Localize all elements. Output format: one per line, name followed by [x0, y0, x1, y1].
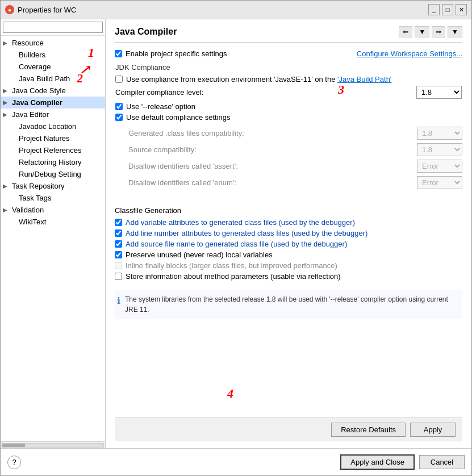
sidebar-item-java-compiler[interactable]: ▶ Java Compiler: [1, 97, 105, 108]
sidebar-item-java-code-style[interactable]: ▶ Java Code Style: [1, 85, 105, 97]
sidebar-item-task-repository[interactable]: ▶ Task Repository: [1, 180, 105, 192]
chevron-right-icon: ▶: [3, 183, 10, 189]
sidebar-item-javadoc-location[interactable]: Javadoc Location: [1, 120, 105, 132]
sidebar-item-label: Java Editor: [12, 110, 49, 119]
use-compliance-checkbox[interactable]: [115, 76, 123, 83]
use-default-label: Use default compliance settings: [126, 113, 231, 122]
java-build-path-link[interactable]: 'Java Build Path': [337, 75, 391, 83]
sidebar-item-project-natures[interactable]: Project Natures: [1, 132, 105, 144]
sidebar-scrollbar[interactable]: [1, 441, 105, 448]
sidebar-item-label: Java Build Path: [19, 74, 70, 83]
search-box: [1, 19, 105, 36]
sidebar-item-resource[interactable]: ▶ Resource: [1, 37, 105, 49]
classfile-option-2: Add line number attributes to generated …: [115, 229, 462, 237]
generated-class-label: Generated .class files compatibility:: [115, 129, 417, 137]
window-icon: ●: [5, 5, 14, 14]
sidebar-item-refactoring-history[interactable]: Refactoring History: [1, 156, 105, 168]
sidebar-item-validation[interactable]: ▶ Validation: [1, 204, 105, 216]
sidebar-item-label: Java Compiler: [12, 98, 62, 107]
sidebar-item-label: Coverage: [19, 62, 51, 71]
chevron-right-icon: ▶: [3, 40, 10, 46]
disallow-enum-select: Error: [417, 176, 462, 189]
sidebar-item-wikitext[interactable]: WikiText: [1, 216, 105, 228]
compiler-level-select[interactable]: 1.5 1.6 1.7 1.8 9 10 11: [416, 86, 462, 99]
sidebar-item-builders[interactable]: Builders: [1, 49, 105, 61]
cancel-button[interactable]: Cancel: [419, 455, 465, 469]
sidebar-item-coverage[interactable]: Coverage: [1, 61, 105, 73]
sidebar-item-label: Validation: [12, 206, 44, 214]
title-controls: _ □ ✕: [428, 4, 467, 15]
add-line-number-checkbox[interactable]: [115, 229, 122, 237]
spacer: [115, 319, 462, 417]
sidebar-item-java-build-path[interactable]: Java Build Path: [1, 73, 105, 85]
info-text: The system libraries from the selected r…: [125, 294, 460, 315]
use-release-checkbox[interactable]: [115, 103, 123, 110]
nav-back-button[interactable]: ⇐: [399, 26, 412, 37]
classfile-option-1: Add variable attributes to generated cla…: [115, 218, 462, 227]
sidebar-item-label: Task Repository: [12, 182, 64, 190]
add-source-checkbox[interactable]: [115, 240, 122, 248]
title-bar: ● Properties for WC _ □ ✕: [1, 1, 471, 19]
use-default-checkbox[interactable]: [115, 114, 123, 121]
store-method-params-checkbox[interactable]: [115, 273, 122, 280]
nav-menu-button[interactable]: ▼: [448, 26, 462, 37]
source-compat-label: Source compatibility:: [115, 145, 417, 154]
compiler-level-label: Compiler compliance level:: [115, 88, 416, 97]
chevron-right-icon: ▶: [3, 207, 10, 213]
sidebar-item-project-references[interactable]: Project References: [1, 144, 105, 156]
preserve-unused-checkbox[interactable]: [115, 251, 122, 258]
enable-specific-label: Enable project specific settings: [126, 49, 227, 58]
classfile-option-5: Inline finally blocks (larger class file…: [115, 261, 462, 270]
jdk-section-title: JDK Compliance: [115, 63, 462, 72]
scrollbar-track: [2, 443, 104, 448]
nav-tree: ▶ Resource Builders Coverage Java Build …: [1, 36, 105, 441]
classfile-section: Classfile Generation Add variable attrib…: [115, 206, 462, 283]
generated-class-select: 1.8: [417, 127, 462, 140]
nav-forward-button[interactable]: ⇒: [432, 26, 445, 37]
title-nav: ⇐ ▼ ⇒ ▼: [399, 26, 462, 37]
sidebar-item-run-debug-setting[interactable]: Run/Debug Setting: [1, 168, 105, 180]
sidebar-item-task-tags[interactable]: Task Tags: [1, 192, 105, 204]
compiler-level-row: Compiler compliance level: 1.5 1.6 1.7 1…: [115, 86, 462, 99]
source-compat-row: Source compatibility: 1.8: [115, 143, 462, 156]
chevron-right-icon: ▶: [3, 99, 10, 106]
sidebar: ▶ Resource Builders Coverage Java Build …: [1, 19, 106, 448]
minimize-button[interactable]: _: [428, 4, 440, 15]
classfile-option-4: Preserve unused (never read) local varia…: [115, 250, 462, 259]
nav-down-button[interactable]: ▼: [415, 26, 429, 37]
classfile-option-6: Store information about method parameter…: [115, 272, 462, 281]
info-box: ℹ The system libraries from the selected…: [115, 290, 462, 319]
panel-title: Java Compiler: [115, 27, 177, 37]
maximize-button[interactable]: □: [442, 4, 453, 15]
classfile-option-3: Add source file name to generated class …: [115, 240, 462, 248]
scrollbar-thumb: [2, 444, 25, 447]
sidebar-item-label: WikiText: [19, 218, 46, 226]
info-icon: ℹ: [117, 294, 120, 308]
restore-defaults-button[interactable]: Restore Defaults: [331, 423, 406, 437]
sidebar-item-label: Javadoc Location: [19, 122, 76, 131]
inline-finally-checkbox: [115, 262, 122, 269]
properties-window: ● Properties for WC _ □ ✕ ▶ Resource: [0, 0, 472, 476]
source-compat-select: 1.8: [417, 143, 462, 156]
use-release-label: Use '--release' option: [126, 102, 195, 111]
store-method-params-label: Store information about method parameter…: [126, 272, 341, 281]
sidebar-item-label: Task Tags: [19, 194, 52, 202]
use-compliance-row: Use compliance from execution environmen…: [115, 75, 462, 83]
window-title: Properties for WC: [18, 6, 76, 14]
add-variable-checkbox[interactable]: [115, 219, 122, 226]
apply-close-button[interactable]: Apply and Close: [340, 454, 415, 470]
enable-specific-checkbox[interactable]: [115, 50, 122, 57]
sidebar-item-label: Project References: [19, 146, 82, 155]
jdk-section: JDK Compliance Use compliance from execu…: [115, 62, 462, 124]
close-button[interactable]: ✕: [456, 4, 467, 15]
classfile-section-title: Classfile Generation: [115, 206, 462, 215]
final-action-bar: ? Apply and Close Cancel: [1, 448, 471, 475]
help-button[interactable]: ?: [7, 456, 21, 469]
configure-workspace-link[interactable]: Configure Workspace Settings...: [357, 49, 462, 58]
apply-button[interactable]: Apply: [410, 423, 456, 437]
enable-row: Enable project specific settings Configu…: [115, 49, 462, 58]
add-line-number-label: Add line number attributes to generated …: [126, 229, 367, 237]
use-compliance-label: Use compliance from execution environmen…: [126, 75, 391, 83]
search-input[interactable]: [3, 22, 103, 33]
sidebar-item-java-editor[interactable]: ▶ Java Editor: [1, 108, 105, 120]
